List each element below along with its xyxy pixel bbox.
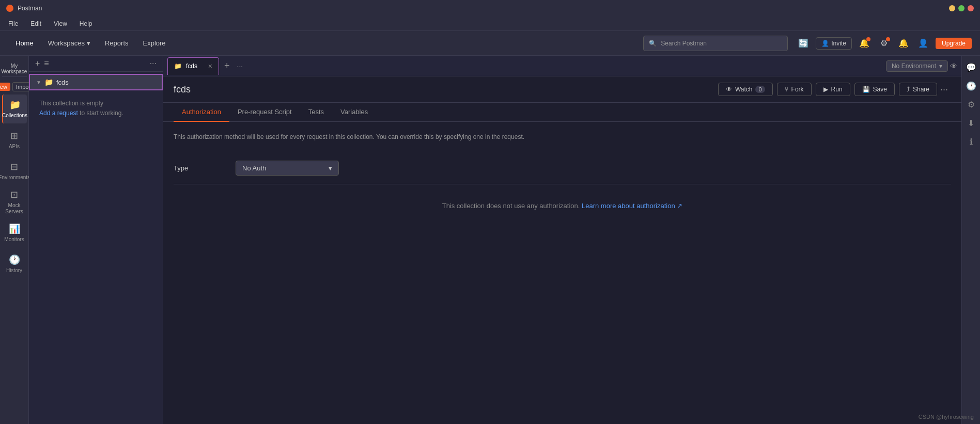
invite-button[interactable]: 👤 Invite	[816, 37, 852, 50]
subtab-pre-request-script[interactable]: Pre-request Script	[229, 103, 300, 122]
app-title: Postman	[18, 5, 42, 12]
more-options-button[interactable]: ···	[150, 59, 157, 68]
avatar-icon[interactable]: 👤	[916, 36, 930, 51]
main-content: 📁 fcds × + ··· No Environment ▾ 👁 fcds 👁…	[163, 56, 961, 424]
env-eye-icon[interactable]: 👁	[950, 62, 957, 70]
add-request-suffix: to start working.	[78, 109, 123, 117]
learn-more-link[interactable]: Learn more about authorization ↗	[582, 202, 682, 210]
workspace-label[interactable]: My Workspace	[2, 63, 27, 74]
mock-servers-label: Mock Servers	[2, 202, 27, 215]
sub-tabs: Authorization Pre-request Script Tests V…	[163, 103, 961, 122]
auth-type-value: No Auth	[242, 164, 266, 172]
nav-reports[interactable]: Reports	[98, 31, 136, 56]
sidebar-item-environments[interactable]: ⊟ Environments	[2, 156, 27, 185]
caret-icon: ▼	[36, 80, 41, 85]
tab-fcds[interactable]: 📁 fcds ×	[167, 57, 219, 75]
right-settings-icon[interactable]: ⚙	[964, 97, 978, 112]
menu-edit[interactable]: Edit	[28, 19, 43, 28]
menu-help[interactable]: Help	[77, 19, 95, 28]
more-actions-button[interactable]: ···	[937, 84, 951, 95]
apis-label: APIs	[9, 144, 20, 150]
no-auth-text: This collection does not use any authori…	[442, 202, 580, 210]
add-collection-button[interactable]: +	[35, 59, 40, 68]
tabs-bar: 📁 fcds × + ··· No Environment ▾ 👁	[163, 56, 961, 76]
main-layout: My Workspace New Import 📁 Collections ⊞ …	[0, 56, 980, 424]
invite-icon: 👤	[821, 40, 829, 47]
save-button[interactable]: 💾 Save	[854, 83, 895, 96]
right-import-icon[interactable]: ⬇	[964, 116, 978, 130]
collection-item-fcds[interactable]: ▼ 📁 fcds	[29, 74, 163, 90]
sidebar-item-history[interactable]: 🕐 History	[2, 249, 27, 278]
fork-button[interactable]: ⑂ Fork	[777, 83, 812, 96]
collection-header: fcds 👁 Watch 0 ⑂ Fork ▶ Run 💾 Save ⤴ Sha…	[163, 76, 961, 103]
auth-type-row: Type No Auth ▾	[174, 152, 951, 184]
new-button-sidebar[interactable]: New	[0, 83, 10, 91]
minimize-button[interactable]	[949, 5, 955, 11]
mock-servers-icon: ⊡	[10, 189, 18, 200]
auth-type-select[interactable]: No Auth ▾	[236, 161, 339, 176]
right-history-icon[interactable]: 🕐	[964, 78, 978, 93]
run-button[interactable]: ▶ Run	[816, 83, 850, 96]
collections-panel: + ≡ ··· ▼ 📁 fcds This collection is empt…	[29, 56, 163, 424]
close-button[interactable]	[968, 5, 974, 11]
menu-file[interactable]: File	[6, 19, 20, 28]
sidebar-item-collections[interactable]: 📁 Collections	[2, 95, 27, 123]
menu-view[interactable]: View	[52, 19, 69, 28]
monitors-label: Monitors	[4, 237, 24, 243]
maximize-button[interactable]	[958, 5, 965, 11]
filter-button[interactable]: ≡	[44, 59, 49, 68]
type-label: Type	[174, 164, 236, 172]
search-placeholder: Search Postman	[661, 40, 707, 47]
monitors-icon: 📊	[9, 223, 20, 234]
upgrade-button[interactable]: Upgrade	[936, 38, 972, 49]
sync-icon[interactable]: 🔄	[796, 36, 811, 51]
bell-icon[interactable]: 🔔	[896, 36, 911, 51]
search-bar[interactable]: 🔍 Search Postman	[643, 36, 788, 51]
watch-count: 0	[755, 86, 765, 93]
add-tab-button[interactable]: +	[221, 60, 233, 71]
nav-explore[interactable]: Explore	[136, 31, 173, 56]
collection-tree: ▼ 📁 fcds This collection is empty Add a …	[29, 72, 163, 424]
watch-label: Watch	[735, 86, 753, 93]
more-tabs-button[interactable]: ···	[235, 62, 245, 70]
nav-home[interactable]: Home	[8, 31, 41, 56]
right-comments-icon[interactable]: 💬	[964, 60, 978, 74]
watch-icon: 👁	[726, 86, 732, 93]
notification-badge	[866, 37, 870, 41]
tab-folder-icon: 📁	[174, 62, 182, 70]
collections-label: Collections	[2, 113, 27, 119]
auth-description: This authorization method will be used f…	[174, 132, 951, 142]
title-bar: Postman	[0, 0, 980, 17]
window-controls	[949, 5, 974, 11]
subtab-variables[interactable]: Variables	[332, 103, 376, 122]
subtab-tests[interactable]: Tests	[300, 103, 332, 122]
nav-workspaces[interactable]: Workspaces ▾	[41, 31, 98, 56]
save-label: Save	[873, 86, 887, 93]
notifications-icon[interactable]: 🔔	[857, 36, 872, 51]
subtab-authorization[interactable]: Authorization	[174, 103, 229, 122]
environments-label: Environments	[0, 175, 30, 181]
tab-content-area: This authorization method will be used f…	[163, 122, 961, 424]
share-icon: ⤴	[907, 86, 910, 93]
settings-icon[interactable]: ⚙	[877, 36, 891, 51]
no-auth-notice: This collection does not use any authori…	[174, 200, 951, 212]
sidebar-item-apis[interactable]: ⊞ APIs	[2, 125, 27, 154]
add-request-link[interactable]: Add a request	[39, 109, 78, 117]
apis-icon: ⊞	[10, 130, 18, 142]
right-sidebar: 💬 🕐 ⚙ ⬇ ℹ	[961, 56, 980, 424]
menu-bar: File Edit View Help	[0, 17, 980, 31]
sidebar-item-mock-servers[interactable]: ⊡ Mock Servers	[2, 187, 27, 216]
environment-selector[interactable]: No Environment ▾	[886, 60, 948, 72]
collection-name: fcds	[56, 78, 69, 86]
share-button[interactable]: ⤴ Share	[899, 83, 937, 96]
run-label: Run	[831, 86, 843, 93]
tab-close-button[interactable]: ×	[208, 62, 212, 70]
right-info-icon[interactable]: ℹ	[964, 134, 978, 149]
chevron-down-icon: ▾	[329, 164, 332, 172]
panel-actions: + ≡ ···	[29, 56, 163, 72]
env-label: No Environment	[892, 62, 936, 70]
sidebar-item-monitors[interactable]: 📊 Monitors	[2, 218, 27, 247]
watch-button[interactable]: 👁 Watch 0	[718, 83, 773, 96]
watermark-text: CSDN @hyhrosewing	[919, 414, 974, 420]
save-icon: 💾	[862, 86, 870, 93]
